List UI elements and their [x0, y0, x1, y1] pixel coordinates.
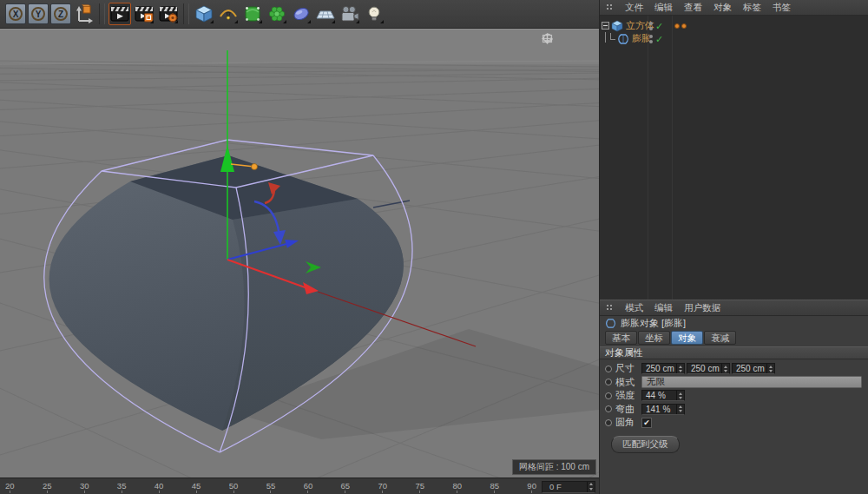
curvature-label: 弯曲 [615, 403, 641, 416]
timeline-tick[interactable]: 85 [490, 481, 499, 493]
pen-icon [218, 3, 239, 24]
object-manager-menu-item[interactable]: 书签 [773, 2, 791, 14]
keyframe-circle[interactable] [605, 392, 612, 399]
render-settings-button[interactable] [157, 3, 180, 25]
visibility-dots[interactable] [649, 22, 653, 30]
add-cube-button[interactable] [193, 3, 215, 25]
timeline-tick[interactable]: 55 [266, 481, 276, 493]
timeline-tick[interactable]: 40 [155, 481, 164, 493]
column-separator [648, 16, 648, 300]
light-icon [364, 3, 385, 24]
attribute-manager-menu-item[interactable]: 编辑 [654, 302, 673, 314]
subdivision-surface-button[interactable] [241, 3, 264, 25]
attribute-manager-menu-item[interactable]: 模式 [625, 302, 643, 314]
object-properties-header[interactable]: 对象属性 [600, 346, 868, 359]
render-settings-icon [158, 3, 179, 24]
axis-lock-group: X Y Z [5, 3, 95, 25]
timeline-tick[interactable]: 80 [452, 481, 462, 493]
tab-falloff[interactable]: 衰减 [704, 331, 736, 345]
timeline-tick[interactable]: 25 [43, 481, 52, 493]
timeline-tick[interactable]: 20 [5, 481, 15, 493]
keyframe-circle[interactable] [605, 419, 612, 426]
lock-x-axis-button[interactable]: X [5, 3, 26, 24]
lock-y-axis-button[interactable]: Y [28, 3, 49, 24]
phong-tag-icon[interactable] [674, 23, 680, 29]
lock-z-axis-button[interactable]: Z [50, 3, 71, 24]
object-manager-menu-item[interactable]: 编辑 [654, 2, 673, 14]
viewport-canvas[interactable] [0, 30, 599, 478]
size-z-field[interactable]: 250 cm [732, 363, 775, 374]
viewport-nav-controls [542, 33, 595, 44]
spline-pen-button[interactable] [217, 3, 240, 25]
object-properties-rows: 尺寸 250 cm 250 cm 250 cm 模式 无限 强度 44 % [600, 359, 868, 453]
environment-button[interactable] [290, 3, 312, 25]
visibility-dots[interactable] [649, 35, 653, 43]
render-region-button[interactable] [133, 3, 155, 25]
tab-basic[interactable]: 基本 [605, 331, 637, 345]
spinner-icon[interactable] [676, 405, 684, 414]
object-manager-menu-item[interactable]: 查看 [684, 2, 702, 14]
spinner-icon[interactable] [766, 364, 774, 373]
object-manager-menu-item[interactable]: 文件 [625, 2, 643, 14]
viewport[interactable]: 网格间距 : 100 cm [0, 29, 599, 478]
spinner-icon[interactable] [721, 364, 729, 373]
object-row-cube[interactable]: 立方体 ✓ [600, 19, 868, 32]
spinner-icon[interactable] [676, 391, 684, 400]
toggle-view-icon[interactable] [583, 33, 595, 44]
keyframe-circle[interactable] [605, 379, 612, 385]
bulge-object-icon [617, 33, 629, 45]
current-frame-value: 0 F [549, 482, 562, 491]
timeline-tick[interactable]: 75 [415, 481, 424, 493]
timeline-ruler[interactable]: 202530354045505560657075808590 [5, 481, 536, 493]
fit-to-parent-button[interactable]: 匹配到父级 [611, 436, 680, 453]
panel-grip-icon[interactable] [606, 304, 614, 312]
expand-collapse-icon[interactable] [602, 22, 609, 30]
mode-dropdown[interactable]: 无限 [641, 376, 862, 388]
timeline-tick[interactable]: 50 [229, 481, 239, 493]
parameter-handle-dot[interactable] [252, 164, 258, 170]
current-frame-field[interactable]: 0 F [542, 481, 595, 493]
coordinate-system-button[interactable] [73, 3, 95, 25]
tab-coordinates[interactable]: 坐标 [638, 331, 670, 345]
enable-toggle-icon[interactable]: ✓ [655, 22, 663, 30]
camera-button[interactable] [339, 3, 361, 25]
keyframe-circle[interactable] [605, 405, 612, 412]
light-button[interactable] [363, 3, 385, 25]
object-tree[interactable]: 立方体 ✓ 膨胀 [600, 16, 868, 300]
object-manager-menu-item[interactable]: 标签 [743, 2, 761, 14]
grid-spacing-label: 网格间距 : 100 cm [512, 459, 596, 475]
spinner-icon[interactable] [676, 364, 684, 373]
mode-label: 模式 [615, 376, 641, 389]
timeline-bar[interactable]: 202530354045505560657075808590 0 F [0, 478, 599, 494]
timeline-tick[interactable]: 35 [117, 481, 127, 493]
size-x-field[interactable]: 250 cm [641, 363, 685, 374]
tag-icon[interactable] [681, 23, 687, 29]
tab-object[interactable]: 对象 [671, 331, 703, 345]
strength-field[interactable]: 44 % [641, 390, 685, 401]
bulge-object-icon [605, 318, 616, 329]
timeline-tick[interactable]: 45 [192, 481, 201, 493]
object-row-bulge[interactable]: 膨胀 ✓ [600, 32, 868, 45]
timeline-tick[interactable]: 60 [304, 481, 313, 493]
enable-toggle-icon[interactable]: ✓ [655, 35, 663, 43]
render-view-button[interactable] [108, 3, 131, 25]
dolly-view-icon[interactable] [556, 33, 567, 44]
deformer-button[interactable] [266, 3, 288, 25]
timeline-tick[interactable]: 90 [527, 481, 536, 493]
timeline-tick[interactable]: 30 [80, 481, 89, 493]
attribute-manager-menu-item[interactable]: 用户数据 [684, 302, 720, 314]
keyframe-circle[interactable] [605, 366, 612, 372]
cinema4d-window: X Y Z [0, 0, 868, 494]
timeline-tick[interactable]: 65 [341, 481, 351, 493]
rotate-view-icon[interactable] [569, 33, 581, 44]
subdivision-surface-icon [242, 3, 263, 24]
y-axis-icon: Y [31, 7, 45, 21]
object-manager-menu-item[interactable]: 对象 [713, 2, 732, 14]
size-y-field[interactable]: 250 cm [687, 363, 730, 374]
fillet-checkbox[interactable]: ✔ [641, 418, 652, 428]
timeline-tick[interactable]: 70 [378, 481, 388, 493]
panel-grip-icon[interactable] [606, 3, 614, 11]
curvature-field[interactable]: 141 % [641, 404, 685, 415]
floor-button[interactable] [314, 3, 337, 25]
frame-spinner[interactable] [587, 482, 595, 492]
